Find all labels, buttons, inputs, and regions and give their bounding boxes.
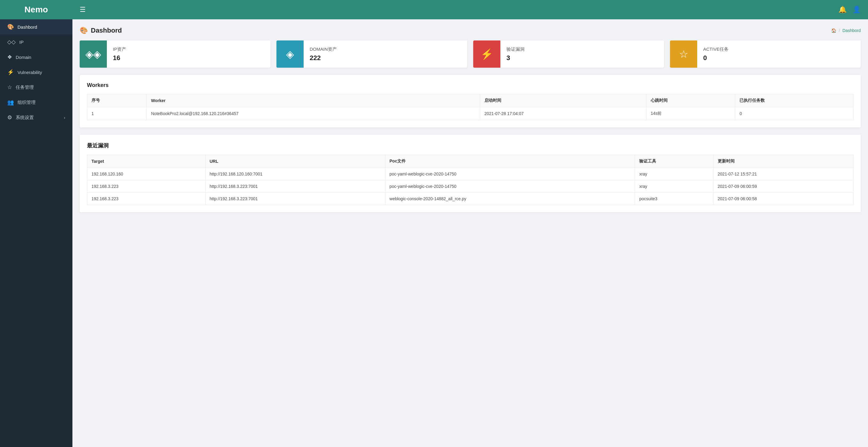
sidebar-label-domain: Domain (16, 55, 31, 60)
stat-info-vuln: 验证漏洞 3 (500, 47, 531, 62)
vulns-table-cell: xray (635, 168, 713, 180)
stat-info-domain-assets: DOMAIN资产 222 (304, 47, 343, 62)
vulns-col-header: Target (87, 155, 206, 168)
sidebar-item-domain[interactable]: ❖ Domain (0, 50, 72, 65)
sidebar-label-org: 组织管理 (18, 100, 36, 106)
logo-area: Nemo (0, 0, 72, 19)
vulns-table-cell: 192.168.3.223 (87, 180, 206, 193)
sidebar-icon-org: 👥 (7, 99, 14, 106)
sidebar-icon-dashboard: 🎨 (7, 24, 14, 30)
sidebar-label-ip: IP (19, 39, 24, 45)
workers-table: 序号Worker启动时间心跳时间已执行任务数1NoteBookPro2.loca… (87, 94, 854, 120)
stat-label-ip-assets: IP资产 (113, 47, 126, 52)
vulns-table-cell: poc-yaml-weblogic-cve-2020-14750 (385, 168, 635, 180)
workers-col-header: 已执行任务数 (735, 94, 854, 107)
workers-table-row: 1NoteBookPro2.local@192.168.120.216#3645… (87, 107, 854, 120)
header-actions: ☰ 🔔 👤 (72, 6, 868, 13)
breadcrumb-current[interactable]: Dashbord (842, 28, 861, 33)
stat-value-vuln: 3 (506, 54, 525, 62)
sidebar-icon-domain: ❖ (7, 54, 12, 60)
vulns-table-cell: 192.168.120.160 (87, 168, 206, 180)
vulns-table-cell: 2021-07-09 06:00:59 (713, 180, 853, 193)
sidebar: 🎨 Dashbord ◇◇ IP ❖ Domain ⚡ Vulnerabilit… (0, 19, 72, 447)
sidebar-item-settings[interactable]: ⚙ 系统设置 › (0, 110, 72, 125)
sidebar-icon-task: ☆ (7, 84, 12, 91)
workers-table-cell: 14s前 (646, 107, 735, 120)
vulns-table-row: 192.168.3.223http://192.168.3.223:7001we… (87, 193, 854, 205)
sidebar-label-dashboard: Dashbord (18, 25, 37, 30)
user-icon[interactable]: 👤 (852, 6, 861, 13)
sidebar-item-dashboard[interactable]: 🎨 Dashbord (0, 19, 72, 34)
main-content: 🎨 Dashbord 🏠 / Dashbord ◈◈ IP资产 16 ◈ DOM… (72, 19, 868, 447)
page-title-icon: 🎨 (80, 27, 88, 34)
breadcrumb-separator: / (839, 28, 840, 33)
sidebar-icon-ip: ◇◇ (7, 39, 16, 45)
workers-col-header: Worker (147, 94, 480, 107)
vulns-col-header: 更新时间 (713, 155, 853, 168)
workers-table-cell: 1 (87, 107, 147, 120)
vulns-table-cell: pocsuite3 (635, 193, 713, 205)
sidebar-label-vulnerability: Vulnerability (18, 70, 42, 75)
sidebar-item-vulnerability[interactable]: ⚡ Vulnerability (0, 65, 72, 80)
stat-icon-active-tasks: ☆ (670, 40, 697, 68)
stat-label-domain-assets: DOMAIN资产 (310, 47, 337, 52)
recent-vulns-title: 最近漏洞 (87, 142, 854, 149)
stats-row: ◈◈ IP资产 16 ◈ DOMAIN资产 222 ⚡ 验证漏洞 3 ☆ ACT… (80, 40, 861, 68)
recent-vulns-card: 最近漏洞 TargetURLPoc文件验证工具更新时间192.168.120.1… (80, 135, 861, 212)
sidebar-arrow-settings: › (64, 115, 65, 120)
stat-value-active-tasks: 0 (703, 54, 728, 62)
workers-table-cell: NoteBookPro2.local@192.168.120.216#36457 (147, 107, 480, 120)
stat-value-domain-assets: 222 (310, 54, 337, 62)
header-right: 🔔 👤 (838, 6, 861, 13)
stat-icon-ip-assets: ◈◈ (80, 40, 107, 68)
stat-value-ip-assets: 16 (113, 54, 126, 62)
stat-info-active-tasks: ACTIVE任务 0 (697, 47, 735, 62)
workers-table-cell: 2021-07-28 17:04:07 (480, 107, 647, 120)
vulns-table-row: 192.168.120.160http://192.168.120.160:70… (87, 168, 854, 180)
hamburger-icon[interactable]: ☰ (80, 6, 86, 13)
workers-col-header: 心跳时间 (646, 94, 735, 107)
stat-label-vuln: 验证漏洞 (506, 47, 525, 52)
sidebar-label-task: 任务管理 (16, 85, 34, 90)
app-name: Nemo (25, 5, 48, 14)
vulns-table-cell: http://192.168.3.223:7001 (205, 180, 385, 193)
workers-col-header: 序号 (87, 94, 147, 107)
vulns-table-cell: xray (635, 180, 713, 193)
vulns-table-cell: weblogic-console-2020-14882_all_rce.py (385, 193, 635, 205)
top-header: Nemo ☰ 🔔 👤 (0, 0, 868, 19)
vulns-col-header: URL (205, 155, 385, 168)
workers-col-header: 启动时间 (480, 94, 647, 107)
vulns-table-cell: 2021-07-09 06:00:58 (713, 193, 853, 205)
vulns-table-cell: http://192.168.120.160:7001 (205, 168, 385, 180)
stat-info-ip-assets: IP资产 16 (107, 47, 132, 62)
stat-card-active-tasks: ☆ ACTIVE任务 0 (670, 40, 861, 68)
workers-card: Workers 序号Worker启动时间心跳时间已执行任务数1NoteBookP… (80, 75, 861, 127)
workers-title: Workers (87, 82, 854, 89)
breadcrumb: 🏠 / Dashbord (831, 28, 861, 33)
notification-icon[interactable]: 🔔 (838, 6, 846, 13)
stat-label-active-tasks: ACTIVE任务 (703, 47, 728, 52)
workers-table-cell: 0 (735, 107, 854, 120)
stat-card-ip-assets: ◈◈ IP资产 16 (80, 40, 271, 68)
sidebar-item-org[interactable]: 👥 组织管理 (0, 95, 72, 110)
vulns-table-cell: 192.168.3.223 (87, 193, 206, 205)
breadcrumb-home-icon[interactable]: 🏠 (831, 28, 836, 33)
stat-card-domain-assets: ◈ DOMAIN资产 222 (276, 40, 467, 68)
vulns-table-cell: 2021-07-12 15:57:21 (713, 168, 853, 180)
layout: 🎨 Dashbord ◇◇ IP ❖ Domain ⚡ Vulnerabilit… (0, 19, 868, 447)
vulns-table-cell: poc-yaml-weblogic-cve-2020-14750 (385, 180, 635, 193)
stat-icon-vuln: ⚡ (473, 40, 500, 68)
page-title-bar: 🎨 Dashbord 🏠 / Dashbord (80, 27, 861, 34)
vulns-table-row: 192.168.3.223http://192.168.3.223:7001po… (87, 180, 854, 193)
sidebar-label-settings: 系统设置 (16, 115, 34, 120)
vulns-table-cell: http://192.168.3.223:7001 (205, 193, 385, 205)
sidebar-icon-settings: ⚙ (7, 114, 12, 121)
page-title-text: Dashbord (91, 27, 122, 34)
vulns-col-header: Poc文件 (385, 155, 635, 168)
recent-vulns-table: TargetURLPoc文件验证工具更新时间192.168.120.160htt… (87, 155, 854, 205)
sidebar-item-task[interactable]: ☆ 任务管理 (0, 80, 72, 95)
sidebar-item-ip[interactable]: ◇◇ IP (0, 34, 72, 50)
vulns-col-header: 验证工具 (635, 155, 713, 168)
stat-icon-domain-assets: ◈ (276, 40, 304, 68)
stat-card-vuln: ⚡ 验证漏洞 3 (473, 40, 664, 68)
